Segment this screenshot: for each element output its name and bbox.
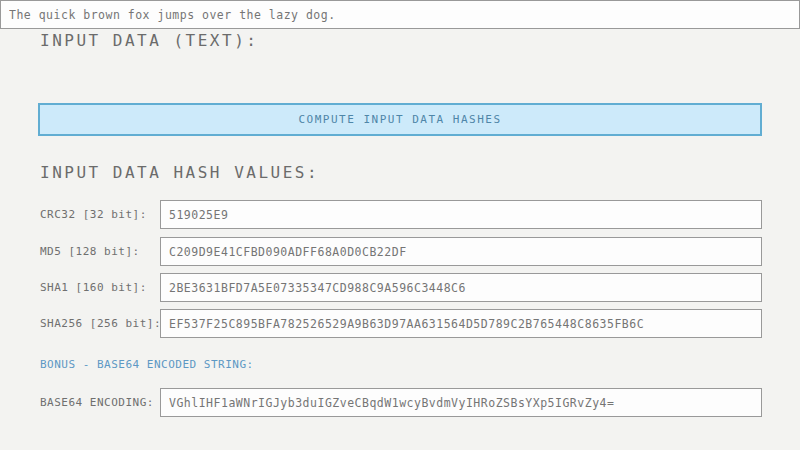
sha1-label: SHA1 [160 bit]: <box>40 281 147 294</box>
md5-label: MD5 [128 bit]: <box>40 245 140 258</box>
crc32-field-wrap <box>160 200 762 229</box>
md5-field-wrap <box>160 237 762 266</box>
hash-values-heading: INPUT DATA HASH VALUES: <box>40 163 319 182</box>
sha256-field-wrap <box>160 309 762 338</box>
hash-row-crc32: CRC32 [32 bit]: <box>38 200 762 229</box>
input-data-field[interactable] <box>0 0 800 29</box>
hash-row-sha1: SHA1 [160 bit]: <box>38 273 762 302</box>
input-data-heading: INPUT DATA (TEXT): <box>40 31 258 50</box>
bonus-base64-heading: BONUS - BASE64 ENCODED STRING: <box>40 358 254 371</box>
base64-row: BASE64 ENCODING: <box>38 388 762 417</box>
input-data-field-wrap <box>0 0 724 30</box>
hash-row-md5: MD5 [128 bit]: <box>38 237 762 266</box>
md5-value-field[interactable] <box>160 237 762 266</box>
compute-hashes-button[interactable]: COMPUTE INPUT DATA HASHES <box>38 103 762 136</box>
hash-row-sha256: SHA256 [256 bit]: <box>38 309 762 338</box>
sha1-value-field[interactable] <box>160 273 762 302</box>
sha256-value-field[interactable] <box>160 309 762 338</box>
crc32-value-field[interactable] <box>160 200 762 229</box>
base64-value-field[interactable] <box>160 388 762 417</box>
sha1-field-wrap <box>160 273 762 302</box>
crc32-label: CRC32 [32 bit]: <box>40 208 147 221</box>
sha256-label: SHA256 [256 bit]: <box>40 317 161 330</box>
page-background: { "input_section": { "heading": "INPUT D… <box>0 0 800 450</box>
base64-field-wrap <box>160 388 762 417</box>
base64-label: BASE64 ENCODING: <box>40 396 154 409</box>
